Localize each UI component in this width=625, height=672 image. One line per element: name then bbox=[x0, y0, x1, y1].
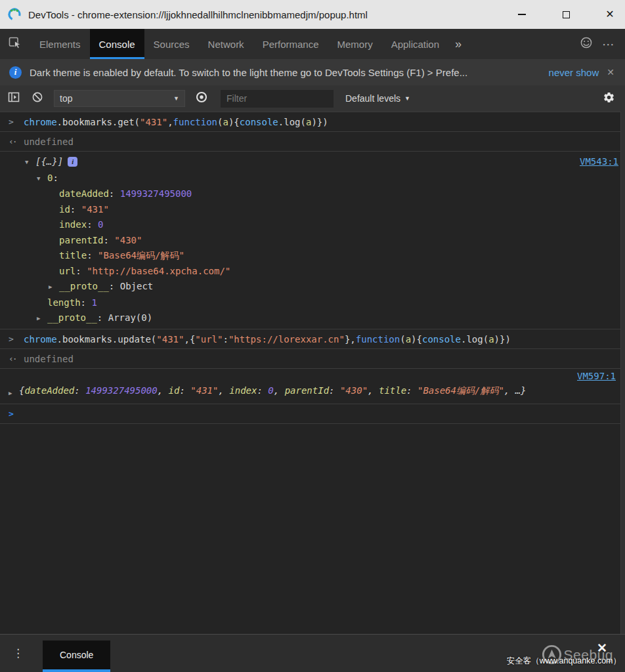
log-levels-dropdown[interactable]: Default levels ▼ bbox=[345, 93, 410, 104]
tree-row: index: 0 bbox=[0, 217, 625, 233]
context-selector-value: top bbox=[60, 93, 72, 104]
console-entry-log: VM597:1▶{dateAdded: 1499327495000, id: "… bbox=[0, 368, 625, 404]
clear-console-icon bbox=[32, 91, 43, 106]
prompt-chevron-icon: > bbox=[9, 408, 24, 421]
console-entry-result: ‹·undefined bbox=[0, 131, 625, 151]
result-arrow-icon: ‹· bbox=[9, 135, 24, 148]
devtools-menu-button[interactable]: ⋯ bbox=[599, 34, 618, 54]
console-entry-command: >chrome.bookmarks.update("431",{"url":"h… bbox=[0, 329, 625, 348]
source-link[interactable]: VM543:1 bbox=[580, 154, 618, 170]
tree-row: id: "431" bbox=[0, 202, 625, 218]
tree-row: ▶__proto__: Array(0) bbox=[0, 310, 625, 327]
expand-down-icon[interactable]: ▼ bbox=[37, 171, 47, 187]
more-tabs-button[interactable]: » bbox=[448, 29, 468, 59]
tab-memory[interactable]: Memory bbox=[328, 29, 382, 59]
smiley-icon bbox=[580, 36, 593, 52]
tab-performance[interactable]: Performance bbox=[253, 29, 328, 59]
chevron-down-icon: ▼ bbox=[173, 95, 179, 102]
window-controls: ✕ bbox=[507, 0, 625, 29]
chevron-down-icon: ▼ bbox=[404, 95, 410, 102]
sidebar-toggle-icon bbox=[7, 91, 20, 106]
tab-strip: ElementsConsoleSourcesNetworkPerformance… bbox=[30, 29, 448, 59]
close-icon: ✕ bbox=[605, 9, 614, 20]
gear-icon bbox=[603, 91, 615, 106]
window-title: DevTools - chrome-extension://ljjokhneda… bbox=[28, 9, 368, 20]
tab-sources[interactable]: Sources bbox=[144, 29, 199, 59]
devtools-window: DevTools - chrome-extension://ljjokhneda… bbox=[0, 0, 625, 672]
console-sidebar-toggle-button[interactable] bbox=[4, 89, 24, 108]
close-button[interactable]: ✕ bbox=[595, 0, 625, 29]
tree-row: url: "http://base64.xpcha.com/" bbox=[0, 264, 625, 280]
infobar-close-icon[interactable]: ✕ bbox=[604, 67, 617, 77]
console-toolbar: top ▼ Default levels ▼ bbox=[0, 85, 625, 112]
log-levels-label: Default levels bbox=[345, 93, 400, 104]
expand-right-icon[interactable]: ▶ bbox=[9, 386, 19, 400]
extension-app-icon bbox=[7, 7, 22, 22]
expand-right-icon[interactable]: ▶ bbox=[49, 280, 59, 295]
inspect-element-button[interactable] bbox=[0, 29, 30, 59]
expand-right-icon[interactable]: ▶ bbox=[37, 311, 47, 327]
minimize-button[interactable] bbox=[507, 0, 537, 29]
tree-row: ▶__proto__: Object bbox=[0, 279, 625, 295]
filter-input[interactable] bbox=[221, 90, 334, 108]
console-entry-prompt: > bbox=[0, 404, 625, 424]
console-entry-command: >chrome.bookmarks.get("431",function(a){… bbox=[0, 112, 625, 131]
result-value: undefined bbox=[24, 135, 74, 148]
infobar: i Dark theme is enabled by default. To s… bbox=[0, 59, 625, 85]
maximize-button[interactable] bbox=[551, 0, 581, 29]
console-messages: >chrome.bookmarks.get("431",function(a){… bbox=[0, 112, 625, 634]
minimize-icon bbox=[518, 14, 526, 15]
console-entry-result: ‹·undefined bbox=[0, 348, 625, 368]
overflow-menu-icon: ⋯ bbox=[602, 37, 615, 52]
never-show-link[interactable]: never show bbox=[544, 67, 605, 78]
tree-row: parentId: "430" bbox=[0, 233, 625, 249]
tree-row: ▼0: bbox=[0, 171, 625, 187]
devtools-tabbar: ElementsConsoleSourcesNetworkPerformance… bbox=[0, 29, 625, 59]
tree-row: title: "Base64编码/解码" bbox=[0, 248, 625, 264]
tab-console[interactable]: Console bbox=[90, 29, 144, 59]
expand-down-icon[interactable]: ▼ bbox=[25, 155, 35, 171]
console-entry-tree: ▼[{…}]iVM543:1▼0:dateAdded: 149932749500… bbox=[0, 151, 625, 329]
eye-icon bbox=[195, 91, 208, 106]
execution-context-selector[interactable]: top ▼ bbox=[54, 90, 185, 107]
tabbar-right-actions: ⋯ bbox=[576, 29, 625, 59]
maximize-icon bbox=[563, 11, 570, 18]
source-link[interactable]: VM597:1 bbox=[577, 371, 616, 381]
tree-row: length: 1 bbox=[0, 295, 625, 311]
window-titlebar: DevTools - chrome-extension://ljjokhneda… bbox=[0, 0, 625, 29]
tab-network[interactable]: Network bbox=[199, 29, 253, 59]
info-icon: i bbox=[9, 66, 22, 79]
drawer-tab-console[interactable]: Console bbox=[43, 640, 110, 672]
tree-row: ▼[{…}]iVM543:1 bbox=[0, 154, 625, 171]
result-arrow-icon: ‹· bbox=[9, 352, 24, 366]
command-chevron-icon: > bbox=[9, 333, 24, 346]
settings-button[interactable] bbox=[599, 89, 618, 108]
result-value: undefined bbox=[24, 352, 74, 366]
command-chevron-icon: > bbox=[9, 116, 24, 129]
feedback-smiley-button[interactable] bbox=[576, 34, 596, 54]
infobar-message: Dark theme is enabled by default. To swi… bbox=[30, 67, 467, 78]
drawer-menu-button[interactable]: ⋮ bbox=[0, 635, 34, 672]
drawer-tabbar: ⋮ Console bbox=[0, 634, 625, 672]
live-expression-button[interactable] bbox=[192, 89, 211, 108]
info-badge[interactable]: i bbox=[68, 157, 77, 167]
tab-elements[interactable]: Elements bbox=[30, 29, 90, 59]
inspect-cursor-icon bbox=[8, 35, 22, 52]
tab-application[interactable]: Application bbox=[382, 29, 448, 59]
tree-row: dateAdded: 1499327495000 bbox=[0, 186, 625, 202]
clear-console-button[interactable] bbox=[28, 89, 47, 108]
